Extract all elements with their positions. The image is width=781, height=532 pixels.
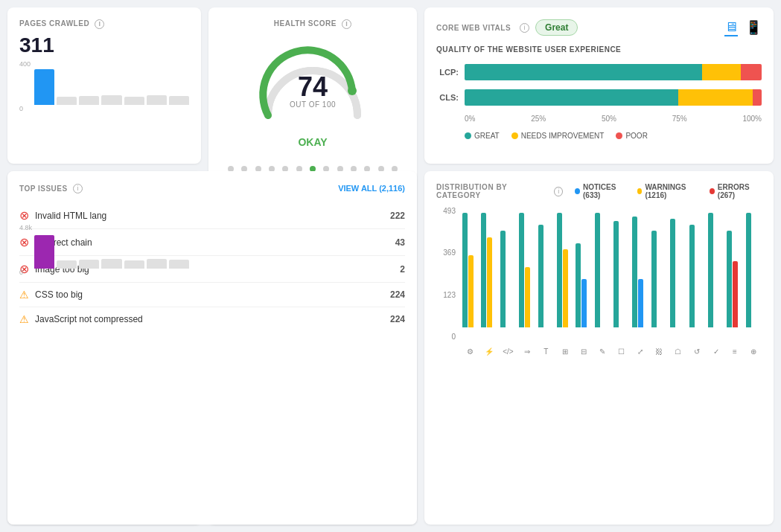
cls-row: CLS:	[436, 89, 762, 106]
cwv-header: CORE WEB VITALS i Great 🖥 📱	[436, 19, 762, 36]
desktop-icon[interactable]: 🖥	[724, 19, 738, 36]
bar-item	[34, 69, 54, 105]
dist-bar-group-11	[651, 207, 667, 327]
health-score-info-icon[interactable]: i	[342, 19, 351, 29]
urls-found-min: 0	[19, 269, 23, 276]
issue-count-2: 43	[395, 237, 405, 248]
cwv-info-icon[interactable]: i	[520, 23, 529, 33]
dist-legend: NOTICES (633) WARNINGS (1216) ERRORS (26…	[575, 183, 762, 199]
issue-left-4: ⚠ CSS too big	[19, 289, 83, 301]
dist-icon-9: ☐	[613, 347, 629, 356]
cls-poor-segment	[753, 89, 762, 106]
health-score-label: HEALTH SCORE i	[274, 19, 351, 29]
distribution-card: DISTRIBUTION BY CATEGORY i NOTICES (633)…	[424, 171, 774, 525]
cls-bar-track	[465, 89, 762, 106]
pages-crawled-max: 400	[19, 60, 31, 68]
issue-left-5: ⚠ JavaScript not compressed	[19, 313, 143, 325]
bar-item	[79, 96, 99, 105]
dist-bar-group-4	[519, 207, 535, 327]
issue-name-1: Invalid HTML lang	[35, 211, 106, 221]
dist-bar-group-15	[727, 207, 742, 327]
bar-item	[124, 97, 144, 105]
dist-bar-group-2	[481, 207, 497, 327]
issue-name-4: CSS too big	[35, 289, 83, 300]
bar-item	[101, 95, 121, 105]
dist-bar-group-10	[632, 207, 648, 327]
bar-item	[101, 259, 121, 269]
dist-bars-container	[462, 207, 762, 341]
dist-notices: NOTICES (633)	[575, 183, 628, 199]
dist-bar-group-6	[557, 207, 573, 327]
dist-icon-10: ⤢	[632, 347, 648, 356]
dist-icon-3: </>	[500, 347, 516, 356]
issue-warning-icon-5: ⚠	[19, 313, 29, 325]
pages-crawled-info-icon[interactable]: i	[95, 19, 104, 29]
great-dot	[465, 132, 471, 139]
errors-dot	[710, 188, 715, 194]
legend-great: GREAT	[465, 132, 500, 140]
pages-crawled-chart: 400 0	[19, 60, 189, 112]
cwv-label: CORE WEB VITALS	[436, 24, 511, 32]
dist-icon-4: ⇒	[519, 347, 535, 356]
cwv-badge: Great	[535, 19, 578, 36]
cls-label: CLS:	[436, 93, 459, 102]
bar-green	[670, 219, 675, 327]
pages-crawled-value: 311	[19, 33, 189, 57]
bar-red	[733, 261, 738, 327]
bar-green	[632, 217, 637, 327]
bar-green	[462, 213, 468, 327]
cwv-legend: GREAT NEEDS IMPROVEMENT POOR	[436, 132, 762, 140]
dist-header: DISTRIBUTION BY CATEGORY i NOTICES (633)…	[436, 183, 762, 199]
device-icons: 🖥 📱	[724, 19, 762, 36]
bar-yellow	[468, 255, 474, 327]
issue-count-5: 224	[390, 314, 405, 324]
issues-info-icon[interactable]: i	[73, 184, 83, 193]
gauge-out-of: OUT OF 100	[290, 100, 336, 109]
bar-green	[727, 231, 732, 327]
issue-row-5: ⚠ JavaScript not compressed 224	[19, 307, 405, 331]
cwv-axis: 0% 25% 50% 75% 100%	[436, 115, 762, 123]
view-all-link[interactable]: VIEW ALL (2,116)	[338, 184, 405, 193]
issue-warning-icon-4: ⚠	[19, 289, 29, 301]
bar-green	[519, 213, 524, 327]
dist-bar-group-7	[576, 207, 591, 327]
bar-green	[613, 221, 619, 327]
pages-crawled-label: PAGES CRAWLED i	[19, 19, 189, 29]
dist-icon-15: ≡	[727, 347, 742, 356]
bar-item	[57, 260, 77, 269]
dist-bar-group-3	[500, 207, 516, 327]
issues-title: TOP ISSUES	[19, 185, 68, 193]
bar-item	[147, 95, 167, 105]
lcp-needs-segment	[702, 64, 741, 80]
bar-green	[481, 213, 486, 327]
issue-count-1: 222	[390, 211, 405, 221]
dist-errors: ERRORS (267)	[710, 183, 762, 199]
dist-icon-7: ⊟	[576, 347, 591, 356]
dist-icon-2: ⚡	[481, 347, 497, 356]
gauge-status: OKAY	[298, 136, 327, 148]
dist-bar-group-14	[708, 207, 724, 327]
dist-bar-group-16	[746, 207, 762, 327]
dist-y-axis: 493 369 123 0	[436, 207, 459, 341]
bar-item	[79, 260, 99, 269]
lcp-great-segment	[465, 64, 702, 80]
core-web-vitals-card: CORE WEB VITALS i Great 🖥 📱 QUALITY OF T…	[424, 7, 774, 164]
gauge-center: 74 OUT OF 100	[290, 74, 336, 109]
dist-warnings: WARNINGS (1216)	[637, 183, 701, 199]
bar-green	[538, 225, 543, 327]
dist-icon-5: T	[538, 347, 554, 356]
bar-green	[708, 213, 713, 327]
bar-item	[147, 259, 167, 269]
bar-green	[651, 231, 657, 327]
issues-header: TOP ISSUES i VIEW ALL (2,116)	[19, 183, 405, 193]
mobile-icon[interactable]: 📱	[745, 19, 762, 36]
dist-icon-12: ☖	[670, 347, 686, 356]
pages-crawled-bars	[19, 60, 189, 105]
dist-bar-group-1	[462, 207, 478, 327]
dist-bar-group-8	[595, 207, 611, 327]
dist-info-icon[interactable]: i	[554, 187, 563, 196]
urls-found-max: 4.8k	[19, 224, 32, 231]
pages-crawled-card: PAGES CRAWLED i 311 400 0	[7, 7, 201, 164]
issue-name-5: JavaScript not compressed	[35, 314, 143, 324]
dist-bar-group-9	[613, 207, 629, 327]
